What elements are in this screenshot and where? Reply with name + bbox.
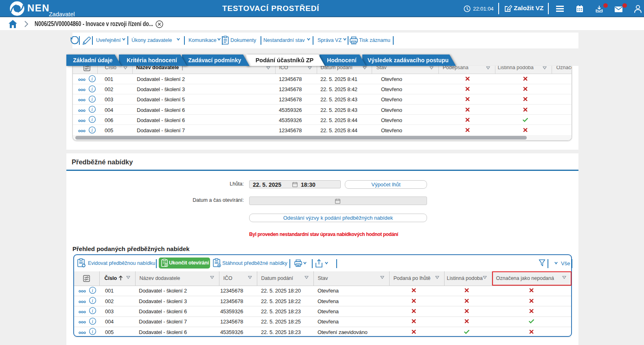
svg-text:i: i — [92, 117, 93, 122]
svg-text:i: i — [92, 298, 93, 303]
svg-text:i: i — [92, 329, 93, 334]
svg-text:i: i — [92, 96, 93, 101]
svg-text:i: i — [92, 288, 93, 293]
svg-text:i: i — [92, 76, 93, 81]
svg-text:i: i — [92, 127, 93, 132]
svg-text:i: i — [92, 308, 93, 313]
svg-text:i: i — [92, 86, 93, 91]
svg-text:i: i — [92, 319, 93, 323]
svg-text:i: i — [92, 107, 93, 112]
